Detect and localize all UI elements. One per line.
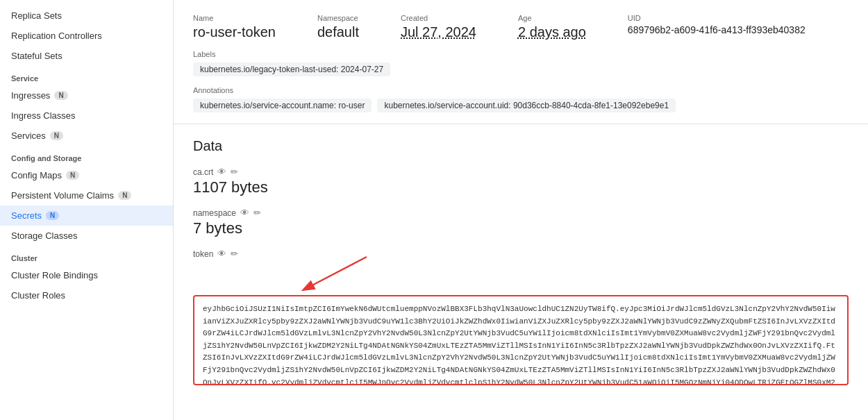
created-field: Created Jul 27, 2024: [401, 14, 476, 40]
age-field: Age 2 days ago: [518, 14, 586, 40]
namespace-eye-icon[interactable]: 👁: [240, 208, 249, 218]
annotations-label: Annotations: [193, 86, 849, 94]
cluster-section-label: Cluster: [0, 246, 173, 265]
sidebar-item-label: Secrets: [11, 210, 42, 221]
token-field: token 👁 ✏ eyJhbGciOiJSUzI1NiIsImtpZCI6Im…: [193, 249, 849, 385]
sidebar-item-label: Stateful Sets: [11, 51, 62, 61]
service-section-label: Service: [0, 66, 173, 85]
namespace-size: 7 bytes: [193, 219, 849, 237]
sidebar-item-label: Ingresses: [11, 90, 50, 101]
main-content: Name ro-user-token Namespace default Cre…: [174, 0, 868, 420]
sidebar-item-config-maps[interactable]: Config Maps N: [0, 165, 173, 185]
token-eye-icon[interactable]: 👁: [217, 249, 226, 259]
created-value: Jul 27, 2024: [401, 24, 476, 40]
namespace-field: namespace 👁 ✏ 7 bytes: [193, 208, 849, 237]
namespace-field: Namespace default: [317, 14, 359, 40]
ca-crt-label: ca.crt: [193, 167, 213, 177]
sidebar-item-ingresses[interactable]: Ingresses N: [0, 85, 173, 106]
sidebar-item-label: Cluster Roles: [11, 290, 65, 301]
data-section: Data ca.crt 👁 ✏ 1107 bytes namespace 👁 ✏…: [174, 124, 868, 410]
created-label: Created: [401, 14, 476, 22]
label-tag: kubernetes.io/legacy-token-last-used: 20…: [193, 62, 390, 76]
ca-crt-field: ca.crt 👁 ✏ 1107 bytes: [193, 167, 849, 196]
config-maps-badge: N: [66, 171, 79, 180]
name-value: ro-user-token: [193, 24, 276, 40]
sidebar-item-secrets[interactable]: Secrets N: [0, 205, 173, 226]
namespace-name: namespace 👁 ✏: [193, 208, 849, 218]
name-label: Name: [193, 14, 276, 22]
age-value: 2 days ago: [518, 24, 586, 40]
age-label: Age: [518, 14, 586, 22]
sidebar-item-persistent-volume-claims[interactable]: Persistent Volume Claims N: [0, 185, 173, 205]
sidebar-item-label: Config Maps: [11, 170, 62, 180]
namespace-edit-icon[interactable]: ✏: [253, 208, 261, 218]
sidebar-item-storage-classes[interactable]: Storage Classes: [0, 226, 173, 246]
sidebar-item-label: Services: [11, 131, 46, 141]
token-label: token: [193, 249, 213, 259]
labels-tags: kubernetes.io/legacy-token-last-used: 20…: [193, 62, 849, 76]
labels-label: Labels: [193, 50, 849, 58]
name-field: Name ro-user-token: [193, 14, 276, 40]
sidebar-item-replication-controllers[interactable]: Replication Controllers: [0, 26, 173, 46]
data-title: Data: [193, 138, 849, 154]
sidebar-item-label: Ingress Classes: [11, 110, 75, 121]
svg-line-1: [304, 257, 367, 289]
ca-crt-size: 1107 bytes: [193, 178, 849, 196]
sidebar-item-services[interactable]: Services N: [0, 126, 173, 146]
ca-crt-name: ca.crt 👁 ✏: [193, 167, 849, 177]
token-edit-icon[interactable]: ✏: [231, 249, 238, 259]
ca-crt-edit-icon[interactable]: ✏: [231, 167, 238, 177]
sidebar-item-cluster-role-bindings[interactable]: Cluster Role Bindings: [0, 265, 173, 285]
sidebar-item-label: Persistent Volume Claims: [11, 190, 114, 201]
detail-header: Name ro-user-token Namespace default Cre…: [174, 0, 868, 124]
sidebar-item-stateful-sets[interactable]: Stateful Sets: [0, 46, 173, 66]
annotation-tag-1: kubernetes.io/service-account.uid: 90d36…: [377, 99, 676, 112]
secrets-badge: N: [46, 211, 59, 220]
annotations-tags: kubernetes.io/service-account.name: ro-u…: [193, 99, 849, 112]
pvc-badge: N: [118, 191, 131, 200]
labels-section: Labels kubernetes.io/legacy-token-last-u…: [193, 50, 849, 76]
annotation-arrow: [262, 253, 401, 295]
sidebar-item-label: Cluster Role Bindings: [11, 270, 98, 280]
namespace-label: Namespace: [317, 14, 359, 22]
annotation-tag-0: kubernetes.io/service-account.name: ro-u…: [193, 99, 372, 112]
meta-row: Name ro-user-token Namespace default Cre…: [193, 14, 849, 40]
namespace-label: namespace: [193, 208, 236, 218]
sidebar-item-cluster-roles[interactable]: Cluster Roles: [0, 285, 173, 305]
uid-value: 689796b2-a609-41f6-a413-ff393eb40382: [628, 24, 806, 35]
ca-crt-eye-icon[interactable]: 👁: [217, 167, 226, 177]
sidebar-item-label: Storage Classes: [11, 230, 77, 241]
sidebar-item-ingress-classes[interactable]: Ingress Classes: [0, 106, 173, 126]
ingresses-badge: N: [54, 91, 67, 100]
config-storage-section-label: Config and Storage: [0, 146, 173, 165]
namespace-value: default: [317, 24, 359, 40]
annotations-section: Annotations kubernetes.io/service-accoun…: [193, 86, 849, 112]
uid-label: UID: [628, 14, 806, 22]
sidebar-item-label: Replica Sets: [11, 10, 62, 21]
token-value: eyJhbGciOiJSUzI1NiIsImtpZCI6ImYwekN6dWUt…: [193, 295, 849, 385]
sidebar-item-label: Replication Controllers: [11, 31, 102, 41]
services-badge: N: [50, 131, 63, 140]
uid-field: UID 689796b2-a609-41f6-a413-ff393eb40382: [628, 14, 806, 35]
sidebar-item-replica-sets[interactable]: Replica Sets: [0, 6, 173, 26]
sidebar: Replica Sets Replication Controllers Sta…: [0, 0, 174, 420]
